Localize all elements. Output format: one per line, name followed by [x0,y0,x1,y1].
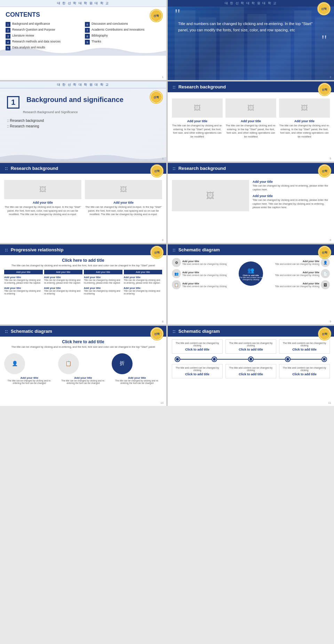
slide8-inner: ⚙ Add your title Title and content can b… [168,255,334,292]
card-title-5-1: Add your title [4,201,81,204]
prog-col-1: Add your title Add your title Title can … [4,270,43,297]
card-text-5-1: The title can be changed by clicking and… [4,205,81,217]
timeline-dot-5 [322,357,326,361]
slide-num-8: 9 [330,320,331,323]
logo-badge-4: 선학 [318,83,331,96]
page-grid: 대 한 선 학 대 학 원 대 학 교 선학 CONTENTS 1 Backgr… [0,0,334,406]
mini-icon-r3: 🖼 [321,280,330,289]
prog-entry-3-2: Add your title Title can be changed by c… [84,286,122,296]
slide9-main-title: Click here to add title [4,339,162,344]
img-placeholder-5-2: 🖼 [85,180,162,199]
chapter-item-1: Research background [7,119,159,123]
slide1-topbar: 대 한 선 학 대 학 원 대 학 교 [0,0,166,7]
step-text-1: The title can be changed by clicking and… [4,379,55,384]
slide-1: 대 한 선 학 대 학 원 대 학 교 선학 CONTENTS 1 Backgr… [0,0,166,80]
step-circle-1: 👤 [4,353,25,374]
logo-inner-1: 선학 [151,10,162,21]
timeline-card-top-1: The title and content can be changed by … [172,339,223,354]
img-icon-4-1: 🖼 [194,104,201,112]
step-icon-3: 折 [120,360,125,367]
card-text-4-2: The title can be changed by clicking and… [225,124,276,139]
timeline-line [172,357,330,361]
prog-col-header-1: Add your title [4,270,43,274]
contents-item-6: 6 Discussion and conclusions [85,22,161,27]
slide8-title: Schematic diagram [178,247,220,252]
img-icon-4-2: 🖼 [247,104,254,112]
prog-entry-4-1: Add your title Title can be changed by c… [124,276,162,285]
univ-name-3: 대 한 선 학 대 학 원 대 학 교 [57,83,110,86]
img-placeholder-4-2: 🖼 [225,99,276,118]
slide2-text: Title and numbers can be changed by clic… [175,21,327,33]
step-text-3: The title can be changed by clicking and… [112,379,162,384]
side-item-l3: 📋 Add your title Title and content can b… [172,280,237,289]
slide6-img-side: 🖼 [172,180,249,211]
timeline-card-bot-1: The title and content can be changed by … [172,364,223,378]
slide-4: :: Research background 선학 🖼 Add your tit… [168,81,334,162]
img-placeholder-5-1: 🖼 [4,180,81,199]
step-info-1: Add your title The title can be changed … [4,376,55,384]
quote-close: " [175,33,327,47]
slide8-right: 👤 Add your title Title and content can b… [264,258,330,289]
slide9-header: :: Schematic diagram 선학 [0,326,166,337]
card-4-2: 🖼 Add your title The title can be change… [225,99,276,139]
slide-8: :: Schematic diagram 선학 ⚙ Add your title… [168,244,334,324]
circle-icon: 👥 [247,267,254,274]
card-title-5-2: Add your title [85,201,162,204]
contents-item-8: 8 Bibliography [85,34,161,39]
step-wrap-3: 折 Add your title The title can be change… [112,353,162,384]
slide10-header: :: Schematic diagram 선학 [168,326,334,337]
chapter-num: 1 [7,96,19,109]
logo-badge-8: 선학 [318,246,331,259]
slide-num-9: 10 [160,401,164,405]
chapter-title-wrap: Background and significance [26,95,124,104]
contents-item-3: 3 Literature review [6,34,81,39]
img-icon-6: 🖼 [206,191,215,201]
card-text-5-2: The title can be changed by clicking and… [85,205,162,217]
slide5-title: Research background [11,166,58,171]
slide5-grid: 🖼 Add your title The title can be change… [4,180,162,217]
step-title-3: Add your title [112,376,162,379]
prog-col-header-3: Add your title [84,270,122,274]
prog-entry-1-2: Add your title Title can be changed by c… [4,286,43,296]
slide7-header: :: Progressive relationship 선학 [0,244,166,255]
slide7-main-title: Click here to add title [4,258,162,263]
slide3-topbar: 대 한 선 학 대 학 원 대 학 교 [0,81,166,88]
chapter-item-2: Research meaning [7,124,159,128]
timeline-card-top-2: The title and content can be changed by … [225,339,276,354]
side-text-r3: Add your title Title and content can be … [275,282,319,288]
side-item-r2: 📄 Add your title Title and content can b… [264,269,330,278]
entry-6-1: Add your title Title can be changed by c… [253,180,330,191]
prog-col-header-2: Add your title [44,270,83,274]
slide9-steps: 👤 Add your title The title can be change… [4,353,162,384]
chapter-content: 선학 1 Background and significance Researc… [0,88,166,137]
logo-badge-5: 선학 [150,164,164,178]
card-5-2: 🖼 Add your title The title can be change… [85,180,162,217]
slide-3: 대 한 선 학 대 학 원 대 학 교 선학 1 Background and … [0,81,166,162]
logo-badge-10: 선학 [318,327,331,340]
timeline-card-top-3: The title and content can be changed by … [279,339,330,354]
slide-num-4: 5 [330,157,331,160]
logo-badge-2: 선학 [317,2,331,15]
slide10-title: Schematic diagram [178,329,220,334]
card-4-1: 🖼 Add your title The title can be change… [172,99,223,139]
step-circle-2: 📋 [58,353,79,374]
prog-entry-1-1: Add your title Title can be changed by c… [4,276,43,285]
timeline-dot-3 [249,357,253,361]
circle-main: 👥 Click to add title The title and conte… [239,261,263,286]
slide-num-7: 8 [162,320,164,323]
slide8-center: 👥 Click to add title The title and conte… [239,261,263,286]
slide6-title: Research background [178,166,226,171]
slide4-title: Research background [178,84,226,89]
slide6-header: :: Research background 선학 [168,163,334,174]
prog-col-2: Add your title Add your title Title can … [44,270,83,297]
mini-icon-r1: 👤 [321,258,330,267]
slide-6: :: Research background 선학 🖼 Add your tit… [168,163,334,243]
img-icon-4-3: 🖼 [301,104,308,112]
timeline-top: The title and content can be changed by … [172,339,330,354]
slide9-title: Schematic diagram [11,329,52,334]
side-text-l2: Add your title Title and content can be … [182,271,227,276]
prog-entry-3-1: Add your title Title can be changed by c… [84,276,122,285]
slide-5: :: Research background 선학 🖼 Add your tit… [0,163,166,243]
card-text-4-3: The title can be changed by clicking and… [279,124,330,139]
img-icon-5-2: 🖼 [120,186,127,194]
